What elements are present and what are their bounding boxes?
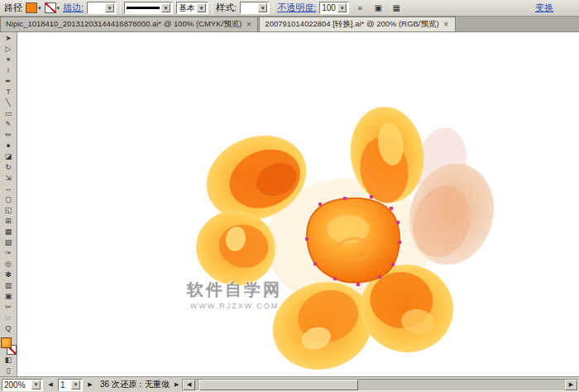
type-tool[interactable]: T: [1, 87, 17, 98]
context-label: 路径: [4, 2, 22, 14]
lasso-tool[interactable]: ≀: [1, 65, 17, 76]
artboard-navigation-dropdown[interactable]: 1 ▾: [58, 379, 83, 391]
status-popup-icon[interactable]: ▶: [175, 381, 179, 388]
chevron-down-icon: ▾: [337, 3, 347, 12]
divider: [120, 2, 121, 14]
screen-mode-button[interactable]: ▯: [1, 366, 17, 376]
chevron-down-icon: ▾: [71, 380, 80, 390]
pencil-tool[interactable]: ✏: [1, 130, 17, 141]
scrollbar-track[interactable]: [195, 380, 565, 390]
slice-tool[interactable]: ✂: [1, 302, 17, 313]
canvas[interactable]: 软件自学网 WWW.RJZXW.COM: [17, 32, 579, 376]
fill-stroke-proxy[interactable]: [1, 337, 17, 355]
brush-definition-dropdown[interactable]: 基本 ▾: [176, 2, 208, 14]
illustrator-window: 路径 ▾ ▾ 描边: ▾ ▾ 基本 ▾ 样式: ▾ 不透明度:: [0, 0, 579, 392]
stroke-color-swatch[interactable]: ▾: [45, 2, 60, 13]
pen-tool[interactable]: ✒: [1, 76, 17, 87]
eraser-tool[interactable]: ◪: [1, 151, 17, 162]
tools-panel: ➤▷✶≀✒T╲▭✎✏●◪↻⇲↔◻◱⊞▦▨✑◎✽▥▣✂☞Q ◧▯: [0, 32, 17, 376]
close-icon[interactable]: ×: [443, 20, 450, 29]
document-tab-1[interactable]: Nipic_1018410_20131203144416878000.ai* @…: [0, 17, 258, 31]
blob-brush-tool[interactable]: ●: [1, 141, 17, 151]
toolbar-bottom-tools: ◧▯: [1, 355, 17, 376]
chevron-down-icon: ▾: [31, 380, 41, 390]
transform-link[interactable]: 变换: [535, 2, 553, 14]
free-transform-tool[interactable]: ◻: [1, 194, 17, 205]
status-bar: 200% ▾ ◀ 1 ▾ ▶ 36 次还原：无重做 ▶ ◀ ▶: [0, 376, 579, 392]
previous-artboard-button[interactable]: ◀: [45, 380, 55, 390]
magic-wand-tool[interactable]: ✶: [1, 55, 17, 65]
align-grid-icon[interactable]: ▦: [389, 2, 404, 15]
opacity-value: 100: [322, 3, 336, 12]
stroke-none-icon: [45, 2, 56, 13]
rotate-tool[interactable]: ↻: [1, 162, 17, 173]
tab-label: Nipic_1018410_20131203144416878000.ai* @…: [6, 19, 242, 30]
close-icon[interactable]: ×: [245, 20, 252, 29]
style-dropdown[interactable]: ▾: [240, 2, 270, 14]
mesh-tool[interactable]: ▦: [1, 227, 17, 237]
blend-tool[interactable]: ◎: [1, 259, 17, 270]
zoom-tool[interactable]: Q: [1, 323, 17, 334]
stroke-profile-sample: [127, 7, 160, 9]
artboard-number: 1: [60, 380, 65, 390]
color-mode-button[interactable]: ◧: [1, 355, 17, 366]
direct-selection-tool[interactable]: ▷: [1, 44, 17, 55]
column-graph-tool[interactable]: ▥: [1, 280, 17, 291]
fill-color-icon: [26, 2, 37, 13]
chevron-down-icon: ▾: [258, 3, 267, 12]
shape-builder-tool[interactable]: ◱: [1, 205, 17, 216]
chevron-down-icon[interactable]: ▾: [57, 5, 60, 12]
stroke-weight-dropdown[interactable]: ▾: [87, 2, 117, 14]
more-options-icon[interactable]: »: [352, 2, 367, 15]
line-segment-tool[interactable]: ╲: [1, 98, 17, 108]
control-bar: 路径 ▾ ▾ 描边: ▾ ▾ 基本 ▾ 样式: ▾ 不透明度:: [0, 0, 579, 17]
eyedropper-tool[interactable]: ✑: [1, 248, 17, 259]
status-text: 36 次还原：无重做: [98, 379, 172, 390]
document-tab-2[interactable]: 200791014022804 [转换].ai* @ 200% (RGB/预览)…: [259, 17, 455, 31]
divider: [212, 2, 213, 14]
rectangle-tool[interactable]: ▭: [1, 108, 17, 119]
main-area: ➤▷✶≀✒T╲▭✎✏●◪↻⇲↔◻◱⊞▦▨✑◎✽▥▣✂☞Q ◧▯: [0, 32, 579, 376]
scrollbar-thumb[interactable]: [199, 380, 358, 390]
selection-tool[interactable]: ➤: [1, 33, 17, 44]
paintbrush-tool[interactable]: ✎: [1, 119, 17, 130]
perspective-grid-tool[interactable]: ⊞: [1, 216, 17, 227]
horizontal-scrollbar[interactable]: ◀ ▶: [182, 379, 578, 391]
stroke-link[interactable]: 描边:: [63, 2, 84, 14]
stroke-profile-dropdown[interactable]: ▾: [124, 2, 173, 14]
chevron-down-icon[interactable]: ▾: [38, 5, 41, 12]
fill-color-swatch[interactable]: ▾: [26, 2, 41, 13]
next-artboard-button[interactable]: ▶: [85, 380, 95, 390]
document-tab-bar: Nipic_1018410_20131203144416878000.ai* @…: [0, 17, 579, 32]
opacity-input[interactable]: 100 ▾: [319, 2, 349, 14]
graphic-style-icon[interactable]: ▣: [371, 2, 385, 15]
scale-tool[interactable]: ⇲: [1, 173, 17, 184]
scroll-right-button[interactable]: ▶: [565, 380, 577, 390]
chevron-down-icon: ▾: [105, 3, 114, 12]
artboard-tool[interactable]: ▣: [1, 291, 17, 302]
width-tool[interactable]: ↔: [1, 184, 17, 194]
tab-label: 200791014022804 [转换].ai* @ 200% (RGB/预览): [265, 19, 438, 30]
divider: [273, 2, 274, 14]
chevron-down-icon: ▾: [197, 3, 206, 12]
toolbar-tools: ➤▷✶≀✒T╲▭✎✏●◪↻⇲↔◻◱⊞▦▨✑◎✽▥▣✂☞Q: [1, 33, 17, 334]
chevron-down-icon: ▾: [161, 3, 170, 12]
zoom-level-value: 200%: [4, 380, 26, 390]
scroll-left-button[interactable]: ◀: [183, 380, 195, 390]
style-label: 样式:: [216, 2, 237, 14]
hand-tool[interactable]: ☞: [1, 313, 17, 323]
brush-definition-value: 基本: [179, 2, 195, 14]
flower-artwork: [17, 32, 579, 376]
fill-proxy-icon[interactable]: [1, 337, 12, 348]
gradient-tool[interactable]: ▨: [1, 237, 17, 248]
opacity-link[interactable]: 不透明度:: [277, 2, 316, 14]
zoom-level-dropdown[interactable]: 200% ▾: [2, 379, 43, 391]
symbol-sprayer-tool[interactable]: ✽: [1, 270, 17, 280]
